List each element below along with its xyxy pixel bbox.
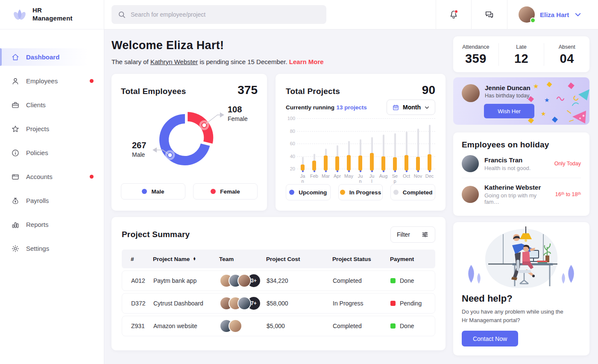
learn-more-link[interactable]: Learn More xyxy=(289,58,324,65)
bar-segment xyxy=(393,157,397,170)
help-text-line2: Hr Managemant portal? xyxy=(462,317,520,323)
projects-bar-chart: 10080604020Ja nFebMarAprMayJu nJu lAugSe… xyxy=(286,117,435,184)
x-axis-tick-label: Ja n xyxy=(300,173,305,184)
legend-label: Female xyxy=(220,188,240,195)
sidebar-item-policies[interactable]: Policies xyxy=(0,144,104,161)
stat-label: Absent xyxy=(544,44,589,50)
legend-female[interactable]: Female xyxy=(193,183,258,200)
sidebar-item-projects[interactable]: Projects xyxy=(0,120,104,138)
stat-label: Late xyxy=(499,44,544,50)
team-avatars: 3+ xyxy=(220,273,267,288)
holiday-avatar xyxy=(462,155,479,172)
sidebar-item-payrolls[interactable]: Payrolls xyxy=(0,192,104,209)
holiday-avatar xyxy=(462,186,479,203)
search-bar[interactable] xyxy=(111,5,326,24)
contact-now-button[interactable]: Contact Now xyxy=(462,331,518,346)
column-payment: Payment xyxy=(390,256,441,262)
gridline xyxy=(297,156,435,157)
column-id: # xyxy=(131,256,153,262)
filter-button[interactable]: Filter xyxy=(390,226,435,243)
filter-label: Filter xyxy=(397,231,410,238)
legend-label: Upcoming xyxy=(299,189,327,196)
sidebar-item-accounts[interactable]: Accounts xyxy=(0,168,104,185)
wish-her-button[interactable]: Wish Her xyxy=(484,104,534,118)
male-label: Male xyxy=(132,151,146,158)
sidebar-item-clients[interactable]: Clients xyxy=(0,96,104,114)
table-header-row: # Project Name▲▼ Team Project Cost Proje… xyxy=(122,250,435,268)
y-axis-tick-label: 80 xyxy=(286,129,295,134)
svg-text:★: ★ xyxy=(541,110,546,117)
stat-value: 04 xyxy=(544,52,589,66)
payment-status: Pending xyxy=(400,300,422,307)
sidebar-item-label: Accounts xyxy=(26,173,53,180)
folder-icon xyxy=(11,173,20,181)
messages-button[interactable] xyxy=(471,0,507,29)
topbar-actions: Eliza Hart xyxy=(436,0,598,29)
help-text: Do you have any problem while using the … xyxy=(462,308,581,325)
sidebar: HR Management Dashboard Employees xyxy=(0,0,104,364)
online-status-dot xyxy=(530,18,536,23)
legend-upcoming[interactable]: Upcoming xyxy=(286,184,331,200)
holiday-item[interactable]: Katherine Webster Going on trip with my … xyxy=(462,178,581,211)
sidebar-item-label: Projects xyxy=(26,125,49,132)
total-employees-value: 375 xyxy=(237,83,258,97)
payment-status-square xyxy=(390,301,396,306)
x-axis-tick-label: Dec xyxy=(425,173,434,179)
y-axis-tick-label: 60 xyxy=(286,141,295,146)
avatar xyxy=(229,319,242,333)
legend-completed[interactable]: Completed xyxy=(390,184,435,200)
payment-status: Done xyxy=(400,277,414,284)
sidebar-item-reports[interactable]: Reports xyxy=(0,216,104,233)
bell-badge-dot xyxy=(454,10,458,13)
chevron-down-icon xyxy=(574,11,582,18)
card-title: Total Projects xyxy=(286,87,340,96)
gridline xyxy=(297,144,435,144)
sidebar-item-label: Dashboard xyxy=(26,53,59,61)
briefcase-icon xyxy=(11,101,20,109)
legend-label: Male xyxy=(151,188,164,195)
avatar xyxy=(237,296,251,310)
holiday-note: Going on trip with my fam… xyxy=(484,192,550,205)
legend-male[interactable]: Male xyxy=(121,183,185,200)
holiday-item[interactable]: Francis Tran Health is not good. Only To… xyxy=(462,150,581,178)
sidebar-item-dashboard[interactable]: Dashboard xyxy=(0,48,104,66)
male-count: 267 xyxy=(132,141,146,150)
legend-in-progress[interactable]: In Progress xyxy=(338,184,383,200)
x-axis-tick-label: May xyxy=(344,173,353,179)
notifications-button[interactable] xyxy=(436,0,471,29)
holiday-duration: 16ᵗʰ to 18ᵗʰ xyxy=(555,191,581,197)
payment-status-square xyxy=(390,323,396,329)
bar-segment xyxy=(312,161,316,170)
info-icon xyxy=(11,149,20,157)
project-name: Amazon website xyxy=(153,323,220,329)
table-row[interactable]: A012 Paytm bank app 3+ $34,220 Completed… xyxy=(122,270,435,291)
x-axis-tick-label: Apr xyxy=(334,173,341,179)
stat-value: 12 xyxy=(499,52,544,66)
sidebar-item-label: Reports xyxy=(26,221,49,228)
team-avatars: 7+ xyxy=(220,296,267,311)
female-legend-dot xyxy=(211,189,216,194)
person-link[interactable]: Kathryn Webster xyxy=(150,58,198,65)
running-projects-link[interactable]: 13 projects xyxy=(336,104,366,111)
sidebar-item-label: Employees xyxy=(26,77,58,85)
team-avatars xyxy=(220,319,267,333)
sidebar-item-label: Clients xyxy=(26,101,46,109)
sidebar-item-employees[interactable]: Employees xyxy=(0,72,104,90)
male-callout: 267 Male xyxy=(132,141,146,158)
table-row[interactable]: D372 Cytrust Dashboard 7+ $58,000 In Pro… xyxy=(122,293,435,314)
sidebar-item-settings[interactable]: Settings xyxy=(0,240,104,257)
y-axis-tick-label: 40 xyxy=(286,154,295,159)
user-menu[interactable]: Eliza Hart xyxy=(507,0,598,29)
female-callout: 108 Female xyxy=(228,105,248,122)
sort-icon[interactable]: ▲▼ xyxy=(193,257,196,261)
period-selector[interactable]: Month xyxy=(387,100,435,115)
help-text-line1: Do you have any problem while using the xyxy=(462,308,563,315)
sidebar-item-label: Settings xyxy=(26,245,49,252)
search-input[interactable] xyxy=(131,11,320,18)
bar-segment xyxy=(301,164,305,170)
logo[interactable]: HR Management xyxy=(0,0,104,29)
bar-segment xyxy=(381,156,385,171)
alert-text: is pending since 15 December. xyxy=(198,58,289,65)
table-row[interactable]: Z931 Amazon website $5,000 Completed Don… xyxy=(122,316,435,336)
project-cost: $5,000 xyxy=(267,323,333,329)
